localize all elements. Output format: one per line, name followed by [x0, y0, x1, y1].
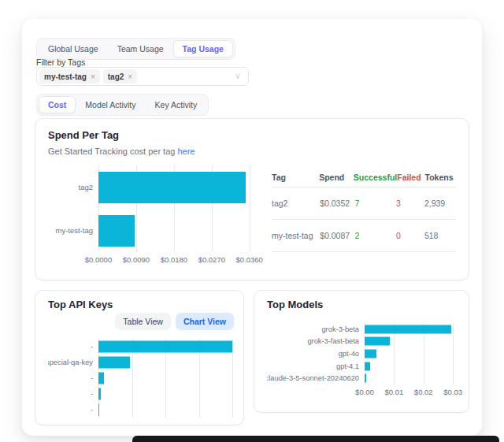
chart-bar-row: - — [48, 402, 234, 418]
chart-bar-row: - — [48, 386, 234, 402]
spend-table: TagSpendSuccessfulFailedTokenstag2$0.035… — [272, 167, 456, 265]
axis-tick-label: $0.00 — [355, 388, 374, 396]
tag-chip-label: my-test-tag — [44, 72, 87, 81]
cell-spend: $0.0352 — [320, 199, 354, 208]
bar-track — [365, 347, 454, 360]
cell-tag: tag2 — [272, 199, 320, 208]
axis-tick-label: $0.0090 — [123, 255, 150, 264]
page: Global UsageTeam UsageTag Usage Filter b… — [0, 0, 504, 442]
col-header-successful: Successful — [354, 173, 397, 182]
bar-track — [98, 355, 232, 370]
bar-grok-3-fast-beta — [365, 337, 390, 346]
chart-bar-row: claude-3-5-sonnet-20240620 — [267, 372, 456, 384]
tag-chips: my-test-tag×tag2× — [39, 69, 140, 84]
bar-track — [98, 402, 232, 418]
chart-bar-row: - — [48, 370, 234, 386]
col-header-tokens: Tokens — [425, 173, 456, 182]
col-header-spend: Spend — [319, 173, 354, 182]
bar-- — [98, 388, 101, 400]
bar-label-grok-3-fast-beta: grok-3-fast-beta — [267, 337, 365, 345]
bar-label-special-qa-key: special-qa-key — [48, 358, 98, 366]
cell-successful: 2 — [354, 231, 396, 240]
bar-- — [98, 341, 232, 353]
bar-label-my-test-tag: my-test-tag — [48, 226, 98, 235]
top-api-keys-card: Top API Keys Table ViewChart View -speci… — [35, 290, 244, 425]
cell-tag: my-test-tag — [272, 231, 320, 240]
tag-chip-label: tag2 — [108, 72, 124, 81]
bar-label-tag2: tag2 — [48, 183, 98, 191]
bar-track — [98, 339, 232, 355]
bar-track — [365, 372, 454, 384]
cell-tokens: 2,939 — [424, 199, 456, 208]
tag-filter-select[interactable]: my-test-tag×tag2× ∨ — [36, 67, 249, 86]
table-view-button[interactable]: Table View — [115, 313, 171, 330]
bar-track — [98, 386, 232, 402]
chart-view-button[interactable]: Chart View — [176, 313, 234, 330]
cell-spend: $0.0087 — [320, 231, 354, 240]
tag-chip-my-test-tag: my-test-tag× — [39, 69, 100, 84]
tag-chip-tag2: tag2× — [103, 69, 137, 84]
chip-remove-icon[interactable]: × — [128, 72, 132, 81]
tab-cost[interactable]: Cost — [39, 96, 76, 113]
window-bottom-edge — [132, 436, 499, 442]
subtitle-text: Get Started Tracking cost per tag — [48, 147, 177, 156]
chart-bar-row: grok-3-beta — [267, 323, 456, 336]
top-models-card: Top Models grok-3-betagrok-3-fast-betagp… — [254, 290, 469, 413]
bar-track — [98, 165, 253, 209]
bar-label--: - — [48, 374, 98, 382]
here-link[interactable]: here — [177, 147, 195, 156]
chart-bar-row: gpt-4.1 — [267, 360, 456, 373]
bar-special-qa-key — [98, 357, 130, 369]
axis-tick-label: $0.0360 — [236, 255, 263, 264]
usage-tab-bar: Global UsageTeam UsageTag Usage — [36, 38, 235, 60]
col-header-tag: Tag — [272, 173, 319, 182]
chart-bar-row: gpt-4o — [267, 347, 456, 360]
table-header-row: TagSpendSuccessfulFailedTokens — [272, 167, 456, 188]
cell-failed: 3 — [396, 199, 424, 208]
spend-card-subtitle: Get Started Tracking cost per tag here — [48, 147, 456, 156]
dashboard-window: Global UsageTeam UsageTag Usage Filter b… — [22, 19, 482, 436]
cell-tokens: 518 — [424, 231, 456, 240]
axis-tick-label: $0.0000 — [85, 255, 112, 264]
bar-my-test-tag — [98, 215, 135, 247]
bar-grok-3-beta — [365, 325, 451, 333]
spend-card-title: Spend Per Tag — [48, 129, 456, 141]
tab-global-usage[interactable]: Global Usage — [39, 40, 108, 58]
view-tab-bar: CostModel ActivityKey Activity — [36, 94, 209, 116]
cell-successful: 7 — [354, 199, 396, 208]
spend-per-tag-card: Spend Per Tag Get Started Tracking cost … — [35, 118, 469, 280]
bar-- — [98, 404, 99, 416]
bar-label--: - — [48, 343, 98, 351]
chart-rows: tag2my-test-tag — [48, 165, 254, 252]
tab-team-usage[interactable]: Team Usage — [108, 40, 173, 58]
top-models-chart: grok-3-betagrok-3-fast-betagpt-4ogpt-4.1… — [267, 323, 456, 397]
tab-tag-usage[interactable]: Tag Usage — [173, 40, 233, 58]
chart-rows: grok-3-betagrok-3-fast-betagpt-4ogpt-4.1… — [267, 323, 456, 384]
tab-key-activity[interactable]: Key Activity — [146, 96, 207, 113]
cell-failed: 0 — [396, 231, 424, 240]
bar-label-gpt-4o: gpt-4o — [267, 350, 365, 358]
axis-tick-label: $0.02 — [414, 388, 433, 396]
chip-remove-icon[interactable]: × — [91, 72, 95, 81]
tab-model-activity[interactable]: Model Activity — [76, 96, 145, 113]
table-row: tag2$0.0352732,939 — [272, 188, 456, 220]
bar-label--: - — [48, 390, 98, 398]
bar-track — [365, 336, 454, 348]
axis-tick-label: $0.0180 — [161, 255, 187, 264]
bar-claude-3-5-sonnet-20240620 — [365, 374, 366, 383]
chart-x-axis: $0.0000$0.0090$0.0180$0.0270$0.0360 — [98, 252, 253, 265]
bar-gpt-4-1 — [365, 362, 370, 370]
chart-bar-row: my-test-tag — [48, 209, 254, 252]
axis-tick-label: $0.01 — [384, 388, 403, 396]
models-card-title: Top Models — [267, 299, 456, 310]
axis-tick-label: $0.0270 — [198, 255, 225, 264]
bar-track — [98, 209, 253, 252]
chart-x-axis: $0.00$0.01$0.02$0.03 — [365, 384, 454, 397]
bar-label-grok-3-beta: grok-3-beta — [267, 325, 365, 333]
bar-label--: - — [48, 406, 98, 414]
top-api-keys-chart: -special-qa-key--- — [48, 339, 234, 418]
api-keys-card-title: Top API Keys — [48, 299, 234, 310]
bar-label-claude-3-5-sonnet-20240620: claude-3-5-sonnet-20240620 — [267, 374, 365, 382]
bar-track — [98, 370, 232, 386]
chevron-down-icon[interactable]: ∨ — [235, 71, 241, 81]
